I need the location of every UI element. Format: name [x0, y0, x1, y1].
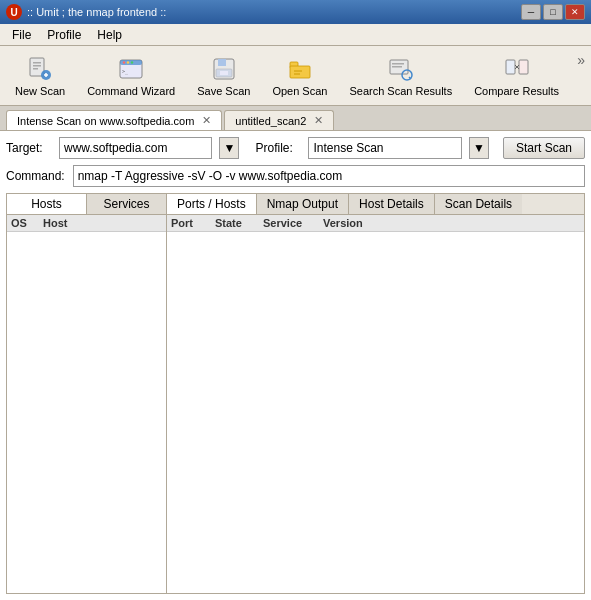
right-panel: Ports / Hosts Nmap Output Host Details S… — [167, 194, 584, 593]
save-scan-label: Save Scan — [197, 85, 250, 97]
host-details-tab[interactable]: Host Details — [349, 194, 435, 214]
svg-rect-1 — [33, 62, 41, 64]
port-table-header: Port State Service Version — [167, 215, 584, 232]
main-window: Intense Scan on www.softpedia.com ✕ unti… — [0, 106, 591, 600]
command-wizard-button[interactable]: >_ Command Wizard — [78, 51, 184, 101]
titlebar-buttons: ─ □ ✕ — [521, 4, 585, 20]
scan-tab-2[interactable]: untitled_scan2 ✕ — [224, 110, 334, 130]
right-panel-tabs: Ports / Hosts Nmap Output Host Details S… — [167, 194, 584, 215]
scan-tab-1-label: Intense Scan on www.softpedia.com — [17, 115, 194, 127]
os-column-header: OS — [11, 217, 43, 229]
left-panel: Hosts Services OS Host — [7, 194, 167, 593]
new-scan-button[interactable]: New Scan — [6, 51, 74, 101]
svg-point-10 — [127, 61, 129, 63]
scan-details-tab[interactable]: Scan Details — [435, 194, 522, 214]
titlebar: U :: Umit ; the nmap frontend :: ─ □ ✕ — [0, 0, 591, 24]
ports-hosts-tab[interactable]: Ports / Hosts — [167, 194, 257, 214]
app-title: :: Umit ; the nmap frontend :: — [27, 6, 166, 18]
svg-rect-26 — [506, 60, 515, 74]
target-label: Target: — [6, 141, 51, 155]
maximize-button[interactable]: □ — [543, 4, 563, 20]
menubar: File Profile Help — [0, 24, 591, 46]
services-tab[interactable]: Services — [87, 194, 166, 214]
service-column-header: Service — [263, 217, 323, 229]
scan-tab-1[interactable]: Intense Scan on www.softpedia.com ✕ — [6, 110, 222, 130]
start-scan-button[interactable]: Start Scan — [503, 137, 585, 159]
svg-point-9 — [123, 61, 125, 63]
svg-rect-3 — [33, 68, 38, 70]
svg-rect-18 — [290, 66, 310, 78]
close-button[interactable]: ✕ — [565, 4, 585, 20]
save-scan-button[interactable]: Save Scan — [188, 51, 259, 101]
menu-file[interactable]: File — [4, 26, 39, 44]
compare-results-icon — [503, 55, 531, 83]
menu-help[interactable]: Help — [89, 26, 130, 44]
svg-rect-27 — [519, 60, 528, 74]
svg-rect-16 — [220, 71, 228, 75]
open-scan-label: Open Scan — [272, 85, 327, 97]
target-input[interactable] — [59, 137, 212, 159]
command-wizard-icon: >_ — [117, 55, 145, 83]
toolbar: New Scan >_ Command Wizard Save Sca — [0, 46, 591, 106]
content-area: Target: ▼ Profile: ▼ Start Scan Command:… — [0, 131, 591, 600]
panels-row: Hosts Services OS Host Ports / Hosts Nma… — [6, 193, 585, 594]
new-scan-label: New Scan — [15, 85, 65, 97]
search-scan-icon — [387, 55, 415, 83]
svg-rect-22 — [392, 63, 404, 65]
svg-rect-2 — [33, 65, 41, 67]
hosts-tab[interactable]: Hosts — [7, 194, 87, 214]
command-row: Command: — [6, 165, 585, 187]
svg-rect-14 — [218, 59, 226, 66]
scan-tab-2-close[interactable]: ✕ — [314, 114, 323, 127]
search-scan-button[interactable]: Search Scan Results — [340, 51, 461, 101]
target-input-wrap — [59, 137, 212, 159]
search-scan-label: Search Scan Results — [349, 85, 452, 97]
app-icon: U — [6, 4, 22, 20]
command-wizard-label: Command Wizard — [87, 85, 175, 97]
profile-input[interactable] — [308, 137, 461, 159]
toolbar-overflow-chevron[interactable]: » — [577, 50, 585, 68]
nmap-output-tab[interactable]: Nmap Output — [257, 194, 349, 214]
left-panel-tabs: Hosts Services — [7, 194, 166, 215]
open-scan-icon — [286, 55, 314, 83]
state-column-header: State — [215, 217, 263, 229]
svg-text:>_: >_ — [122, 68, 129, 75]
scan-tab-1-close[interactable]: ✕ — [202, 114, 211, 127]
target-row: Target: ▼ Profile: ▼ Start Scan — [6, 137, 585, 159]
minimize-button[interactable]: ─ — [521, 4, 541, 20]
host-column-header: Host — [43, 217, 162, 229]
compare-results-button[interactable]: Compare Results — [465, 51, 568, 101]
port-list — [167, 232, 584, 593]
menu-profile[interactable]: Profile — [39, 26, 89, 44]
profile-dropdown-arrow[interactable]: ▼ — [469, 137, 489, 159]
profile-label: Profile: — [255, 141, 300, 155]
svg-point-11 — [131, 61, 133, 63]
open-scan-button[interactable]: Open Scan — [263, 51, 336, 101]
profile-input-wrap — [308, 137, 461, 159]
new-scan-icon — [26, 55, 54, 83]
svg-rect-23 — [392, 66, 402, 68]
titlebar-left: U :: Umit ; the nmap frontend :: — [6, 4, 166, 20]
target-dropdown-arrow[interactable]: ▼ — [219, 137, 239, 159]
host-table-header: OS Host — [7, 215, 166, 232]
host-list — [7, 232, 166, 593]
port-column-header: Port — [171, 217, 215, 229]
scan-tabs-bar: Intense Scan on www.softpedia.com ✕ unti… — [0, 106, 591, 131]
command-input[interactable] — [73, 165, 585, 187]
save-scan-icon — [210, 55, 238, 83]
command-label: Command: — [6, 169, 65, 183]
version-column-header: Version — [323, 217, 580, 229]
compare-results-label: Compare Results — [474, 85, 559, 97]
scan-tab-2-label: untitled_scan2 — [235, 115, 306, 127]
